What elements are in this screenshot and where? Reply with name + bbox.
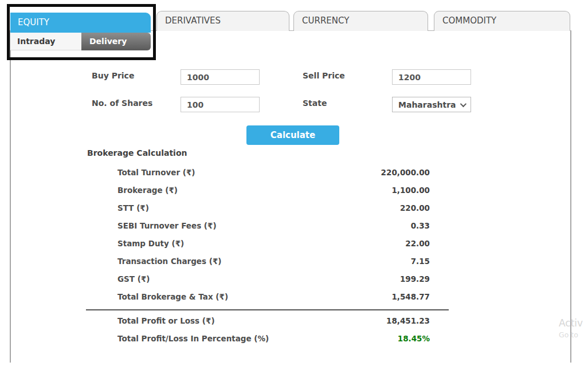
tab-commodity[interactable]: COMMODITY — [434, 11, 570, 31]
result-label: GST (₹) — [117, 274, 150, 284]
result-value: 1,100.00 — [391, 186, 430, 195]
result-row: Total Brokerage & Tax (₹) 1,548.77 — [117, 288, 430, 305]
results-heading: Brokerage Calculation — [87, 148, 187, 158]
buy-price-input[interactable] — [181, 69, 260, 85]
result-value: 18,451.23 — [386, 316, 430, 325]
result-row: Brokerage (₹) 1,100.00 — [117, 181, 430, 199]
result-label: Stamp Duty (₹) — [117, 239, 184, 248]
result-label: Transaction Charges (₹) — [117, 257, 222, 266]
result-value: 7.15 — [411, 257, 430, 266]
tab-equity[interactable]: EQUITY — [10, 13, 151, 33]
result-row: GST (₹) 199.29 — [117, 270, 430, 288]
state-select[interactable]: Maharashtra — [392, 97, 471, 112]
result-value: 1,548.77 — [391, 292, 430, 301]
shares-input[interactable] — [181, 97, 260, 112]
calculate-button[interactable]: Calculate — [246, 125, 339, 145]
result-label: STT (₹) — [117, 203, 149, 212]
results-table: Total Turnover (₹) 220,000.00 Brokerage … — [117, 163, 430, 305]
result-label: Brokerage (₹) — [117, 186, 178, 195]
sell-price-input[interactable] — [392, 69, 471, 85]
tab-currency[interactable]: CURRENCY — [293, 11, 428, 31]
totals-table: Total Profit or Loss (₹) 18,451.23 Total… — [117, 312, 430, 347]
tab-derivatives[interactable]: DERIVATIVES — [156, 11, 289, 31]
result-row: STT (₹) 220.00 — [117, 199, 430, 217]
profit-percentage-value: 18.45% — [398, 334, 430, 343]
result-row: Total Profit or Loss (₹) 18,451.23 — [117, 312, 430, 329]
result-value: 199.29 — [400, 274, 430, 284]
result-value: 220.00 — [400, 203, 430, 212]
chevron-down-icon — [460, 100, 467, 107]
brokerage-calculator-screen: EQUITY DERIVATIVES CURRENCY COMMODITY In… — [0, 0, 588, 370]
state-label: State — [303, 99, 327, 108]
shares-label: No. of Shares — [92, 99, 152, 108]
result-value: 220,000.00 — [381, 168, 430, 177]
result-value: 0.33 — [411, 221, 430, 230]
result-label: Total Profit/Loss In Percentage (%) — [117, 334, 269, 343]
result-label: Total Turnover (₹) — [117, 168, 195, 177]
result-row: SEBI Turnover Fees (₹) 0.33 — [117, 217, 430, 234]
result-label: SEBI Turnover Fees (₹) — [117, 221, 217, 230]
subtab-delivery[interactable]: Delivery — [81, 33, 151, 50]
totals-separator-line — [86, 309, 449, 310]
result-row: Total Turnover (₹) 220,000.00 — [117, 163, 430, 181]
sell-price-label: Sell Price — [303, 71, 345, 80]
result-row: Stamp Duty (₹) 22.00 — [117, 234, 430, 252]
result-row: Total Profit/Loss In Percentage (%) 18.4… — [117, 329, 430, 347]
state-selected-value: Maharashtra — [398, 100, 456, 109]
result-label: Total Profit or Loss (₹) — [117, 316, 215, 325]
result-row: Transaction Charges (₹) 7.15 — [117, 252, 430, 270]
result-value: 22.00 — [405, 239, 430, 248]
subtab-intraday[interactable]: Intraday — [10, 33, 81, 50]
buy-price-label: Buy Price — [92, 71, 134, 80]
result-label: Total Brokerage & Tax (₹) — [117, 292, 228, 301]
